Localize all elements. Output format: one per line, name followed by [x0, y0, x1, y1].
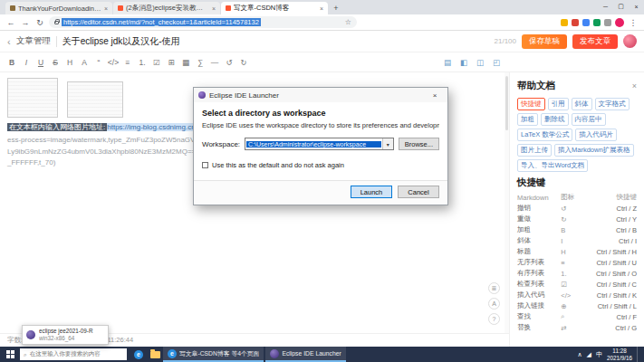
ordered-list-icon: 1. — [561, 268, 580, 279]
reload-icon[interactable]: ↻ — [34, 18, 45, 27]
help-tag[interactable]: 删除线 — [541, 113, 569, 126]
tray-chevron-icon[interactable]: ∧ — [577, 351, 582, 358]
shortcut-col-header: Markdown — [517, 192, 561, 203]
help-tag[interactable]: 斜体 — [572, 98, 592, 110]
new-tab-button[interactable]: + — [331, 3, 341, 14]
outline-icon[interactable]: ▤ — [441, 55, 454, 70]
title-char-count: 21/100 — [495, 37, 516, 45]
profile-avatar[interactable] — [615, 18, 624, 27]
edge-icon — [168, 349, 177, 358]
editor-scrollbar[interactable] — [505, 72, 509, 347]
article-manage-link[interactable]: 文章管理 — [16, 35, 51, 47]
quote-icon[interactable]: “ — [92, 55, 105, 70]
shortcut-row: 检查列表☑Ctrl / Shift / C — [517, 279, 637, 290]
feedback-button[interactable]: ? — [488, 313, 500, 325]
back-chevron-icon[interactable]: ‹ — [7, 36, 11, 47]
help-tag[interactable]: 插入代码片 — [575, 129, 617, 141]
undo-icon[interactable]: ↺ — [223, 55, 235, 70]
taskbar-search-box[interactable]: ⌕ 在这里输入你要搜索的内容 — [20, 348, 127, 360]
heading-icon[interactable]: H — [63, 55, 76, 70]
preview-icon[interactable]: ◫ — [474, 55, 486, 70]
back-icon[interactable]: ← — [5, 18, 16, 27]
save-draft-button[interactable]: 保存草稿 — [522, 34, 567, 49]
taskbar-clock[interactable]: 11:28 2021/9/16 — [607, 348, 632, 362]
help-tag-list: 快捷键 引用 斜体 文字格式 加粗 删除线 内容居中 LaTeX 数学公式 插入… — [517, 98, 637, 172]
checkbox-label: Use this as the default and do not ask a… — [212, 161, 344, 169]
tab-close-icon[interactable]: × — [320, 5, 323, 12]
help-tag[interactable]: 文字格式 — [595, 98, 630, 110]
extension-icon[interactable] — [561, 19, 568, 26]
unordered-list-icon[interactable]: ≡ — [121, 55, 134, 70]
network-icon[interactable]: ◢ — [587, 351, 591, 358]
start-button[interactable] — [0, 347, 20, 362]
scrollbar-thumb[interactable] — [505, 76, 508, 130]
table-icon[interactable]: ⊞ — [165, 55, 178, 70]
url-bar[interactable]: https://editor.csdn.net/md/?not_checkout… — [49, 16, 357, 28]
help-tag[interactable]: 内容居中 — [572, 113, 606, 126]
bookmark-star-icon[interactable]: ☆ — [345, 18, 351, 26]
redo-icon: ↻ — [561, 214, 580, 224]
extension-icon[interactable] — [604, 19, 611, 26]
window-controls: ─ ▢ × — [598, 0, 644, 13]
url-text: https://editor.csdn.net/md/?not_checkout… — [62, 18, 261, 26]
taskbar-window-browser[interactable]: 写文章-CSDN博客 等4个页面 — [163, 347, 264, 362]
italic-icon[interactable]: I — [20, 55, 33, 70]
sidebar-close-icon[interactable]: × — [632, 81, 637, 90]
workspace-combobox[interactable]: C:\Users\Administrator\eclipse-workspace… — [245, 138, 394, 150]
browse-button[interactable]: Browse... — [399, 138, 439, 150]
redo-icon[interactable]: ↻ — [237, 55, 250, 70]
help-tag[interactable]: 加粗 — [517, 113, 538, 126]
bold-icon[interactable]: B — [5, 55, 18, 70]
help-tag[interactable]: 引用 — [548, 98, 569, 110]
article-title-input[interactable]: 关于eclipse jdk以及汉化-使用 — [62, 35, 489, 48]
fullscreen-icon[interactable]: ◰ — [490, 55, 503, 70]
dialog-close-icon[interactable]: × — [427, 91, 443, 100]
split-view-icon[interactable]: ◧ — [457, 55, 470, 70]
help-tag[interactable]: 插入Markdown扩展表格 — [554, 144, 634, 157]
tab-close-icon[interactable]: × — [212, 5, 216, 12]
code-icon[interactable]: </> — [107, 55, 120, 70]
notification-center-button[interactable] — [637, 347, 642, 362]
help-tag[interactable]: 图片上传 — [517, 144, 552, 157]
unordered-list-icon: ≡ — [561, 257, 580, 268]
tab-close-icon[interactable]: × — [104, 5, 108, 12]
toc-button[interactable]: ≣ — [488, 282, 500, 294]
theme-button[interactable]: A — [488, 298, 500, 310]
formula-icon[interactable]: ∑ — [194, 55, 207, 70]
taskbar-preview-card[interactable]: eclipse jee2021-09-R win32-x86_64 — [22, 325, 109, 345]
chevron-down-icon[interactable]: ▾ — [382, 138, 393, 149]
image-icon[interactable]: ▦ — [179, 55, 192, 70]
browser-tab-texlive[interactable]: ThankYouForDownloading TeX Live × — [5, 2, 112, 14]
extension-icon[interactable] — [572, 19, 579, 26]
launch-button[interactable]: Launch — [351, 186, 392, 198]
file-explorer-icon[interactable] — [147, 347, 163, 362]
checklist-icon[interactable]: ☑ — [150, 55, 163, 70]
font-color-icon[interactable]: A — [78, 55, 91, 70]
dialog-titlebar[interactable]: Eclipse IDE Launcher × — [194, 88, 447, 102]
cancel-button[interactable]: Cancel — [398, 186, 439, 198]
horizontal-rule-icon[interactable]: — — [208, 55, 221, 70]
ordered-list-icon[interactable]: 1. — [136, 55, 149, 70]
ime-indicator[interactable]: 中 — [596, 350, 602, 359]
extension-icon[interactable] — [582, 19, 590, 26]
extension-icon[interactable] — [593, 19, 601, 26]
default-workspace-checkbox[interactable] — [202, 162, 208, 168]
help-tag[interactable]: 导入、导出Word文档 — [517, 159, 588, 172]
publish-button[interactable]: 发布文章 — [572, 34, 618, 49]
screenshot-thumbnail[interactable] — [67, 81, 123, 118]
user-avatar[interactable] — [623, 34, 637, 48]
browser-tab-eclipse-tutorial[interactable]: (2条消息)eclipse安装教程(超详细)-CSDN博客 × — [113, 2, 220, 14]
edge-taskbar-icon[interactable] — [130, 347, 147, 362]
forward-icon[interactable]: → — [20, 18, 31, 27]
screenshot-thumbnail[interactable] — [7, 78, 58, 118]
help-tag[interactable]: 快捷键 — [517, 98, 545, 110]
window-close-button[interactable]: × — [629, 0, 644, 13]
taskbar-window-eclipse[interactable]: Eclipse IDE Launcher — [265, 347, 345, 362]
browser-tab-write-article[interactable]: 写文章-CSDN博客 × — [221, 2, 328, 14]
browser-menu-icon[interactable]: ⋮ — [628, 18, 639, 27]
window-minimize-button[interactable]: ─ — [598, 0, 613, 13]
help-tag[interactable]: LaTeX 数学公式 — [517, 129, 572, 141]
strikethrough-icon[interactable]: S — [49, 55, 62, 70]
underline-icon[interactable]: U — [34, 55, 47, 70]
window-maximize-button[interactable]: ▢ — [613, 0, 629, 13]
